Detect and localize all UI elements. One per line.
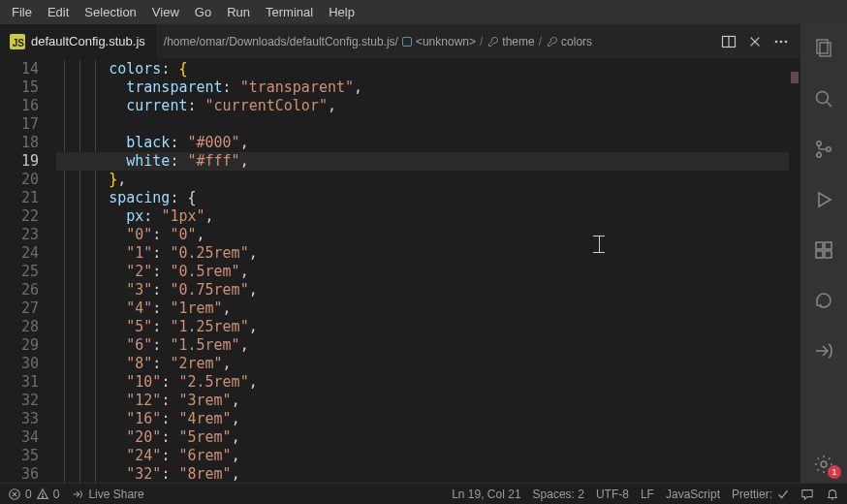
wrench-icon xyxy=(486,35,500,48)
search-icon[interactable] xyxy=(800,80,847,117)
share-icon[interactable] xyxy=(800,332,847,369)
overview-ruler[interactable] xyxy=(789,58,800,483)
extensions-icon[interactable] xyxy=(800,232,847,268)
line-number: 31 xyxy=(0,373,39,392)
tab-strip: JS defaultConfig.stub.js /home/omar/Down… xyxy=(0,24,800,58)
code-line[interactable]: "1": "0.25rem", xyxy=(56,244,789,263)
code-line[interactable]: current: "currentColor", xyxy=(56,97,789,115)
status-position[interactable]: Ln 19, Col 21 xyxy=(452,488,520,501)
svg-rect-19 xyxy=(825,242,831,249)
tab-actions xyxy=(709,34,800,49)
code-line[interactable]: px: "1px", xyxy=(56,207,789,226)
line-number: 25 xyxy=(0,263,39,281)
menu-run[interactable]: Run xyxy=(219,2,258,22)
split-editor-icon[interactable] xyxy=(721,34,737,49)
code-line[interactable]: "0": "0", xyxy=(56,226,789,244)
line-number: 22 xyxy=(0,207,39,226)
code-line[interactable]: black: "#000", xyxy=(56,134,789,152)
status-spaces[interactable]: Spaces: 2 xyxy=(533,488,584,501)
update-badge: 1 xyxy=(828,465,841,479)
code-line[interactable]: "32": "8rem", xyxy=(56,465,789,483)
menu-help[interactable]: Help xyxy=(321,2,362,22)
code-area[interactable]: colors: { transparent: "transparent", cu… xyxy=(56,58,789,483)
menu-go[interactable]: Go xyxy=(187,2,219,22)
refresh-icon[interactable] xyxy=(800,282,847,319)
error-count: 0 xyxy=(25,488,32,501)
code-line[interactable]: "5": "1.25rem", xyxy=(56,318,789,336)
svg-rect-18 xyxy=(825,251,831,258)
menu-edit[interactable]: Edit xyxy=(40,2,77,22)
bell-icon[interactable] xyxy=(826,488,839,501)
line-number: 26 xyxy=(0,281,39,299)
editor[interactable]: 1415161718192021222324252627282930313233… xyxy=(0,58,800,483)
menu-file[interactable]: File xyxy=(4,2,40,22)
overview-marker xyxy=(791,72,799,83)
line-number: 28 xyxy=(0,318,39,336)
tab-active[interactable]: JS defaultConfig.stub.js xyxy=(0,24,156,58)
line-number: 32 xyxy=(0,392,39,410)
line-number: 23 xyxy=(0,226,39,244)
svg-rect-9 xyxy=(820,43,831,56)
status-prettier[interactable]: Prettier: xyxy=(732,488,789,501)
line-number: 19 xyxy=(0,152,39,171)
code-line[interactable]: "24": "6rem", xyxy=(56,447,789,465)
breadcrumb[interactable]: /home/omar/Downloads/defaultConfig.stub.… xyxy=(156,35,709,48)
status-errors[interactable]: 0 0 xyxy=(8,488,59,501)
code-line[interactable]: "16": "4rem", xyxy=(56,410,789,428)
svg-line-11 xyxy=(827,102,831,107)
js-file-icon: JS xyxy=(10,34,25,49)
code-line[interactable]: transparent: "transparent", xyxy=(56,79,789,97)
code-line[interactable]: "12": "3rem", xyxy=(56,392,789,410)
run-debug-icon[interactable] xyxy=(800,181,847,218)
prettier-label: Prettier: xyxy=(732,488,772,501)
feedback-icon[interactable] xyxy=(800,488,814,501)
more-icon[interactable] xyxy=(773,34,789,49)
line-number: 35 xyxy=(0,447,39,465)
menu-selection[interactable]: Selection xyxy=(77,2,143,22)
code-line[interactable]: white: "#fff", xyxy=(56,152,789,171)
code-line[interactable]: spacing: { xyxy=(56,189,789,207)
line-number: 29 xyxy=(0,336,39,355)
breadcrumb-path: /home/omar/Downloads/defaultConfig.stub.… xyxy=(164,35,398,48)
code-line[interactable]: colors: { xyxy=(56,60,789,79)
line-number: 20 xyxy=(0,171,39,189)
svg-point-13 xyxy=(817,153,821,157)
menu-view[interactable]: View xyxy=(144,2,187,22)
line-number: 36 xyxy=(0,465,39,483)
status-encoding[interactable]: UTF-8 xyxy=(596,488,629,501)
explorer-icon[interactable] xyxy=(800,30,847,67)
menubar: File Edit Selection View Go Run Terminal… xyxy=(0,0,847,24)
liveshare-label: Live Share xyxy=(88,488,143,501)
menu-terminal[interactable]: Terminal xyxy=(258,2,321,22)
code-line[interactable]: }, xyxy=(56,171,789,189)
svg-rect-8 xyxy=(817,40,828,53)
status-liveshare[interactable]: Live Share xyxy=(71,488,143,501)
wrench-icon xyxy=(546,35,559,48)
symbol-object-icon xyxy=(400,35,414,48)
svg-rect-16 xyxy=(816,242,823,249)
settings-gear-icon[interactable]: 1 xyxy=(800,446,847,483)
svg-point-14 xyxy=(827,147,831,151)
line-number: 24 xyxy=(0,244,39,263)
code-line[interactable]: "4": "1rem", xyxy=(56,299,789,318)
code-line[interactable] xyxy=(56,115,789,134)
code-line[interactable]: "8": "2rem", xyxy=(56,355,789,373)
svg-rect-17 xyxy=(816,251,823,258)
svg-point-6 xyxy=(780,40,783,43)
close-icon[interactable] xyxy=(748,35,762,48)
code-line[interactable]: "3": "0.75rem", xyxy=(56,281,789,299)
tab-title: defaultConfig.stub.js xyxy=(31,34,145,48)
source-control-icon[interactable] xyxy=(800,131,847,168)
warning-count: 0 xyxy=(53,488,60,501)
breadcrumb-colors: colors xyxy=(561,35,592,48)
status-language[interactable]: JavaScript xyxy=(666,488,720,501)
line-number: 18 xyxy=(0,134,39,152)
code-line[interactable]: "6": "1.5rem", xyxy=(56,336,789,355)
code-line[interactable]: "2": "0.5rem", xyxy=(56,263,789,281)
status-eol[interactable]: LF xyxy=(641,488,654,501)
svg-rect-0 xyxy=(402,37,411,46)
breadcrumb-theme: theme xyxy=(502,35,534,48)
code-line[interactable]: "20": "5rem", xyxy=(56,428,789,447)
code-line[interactable]: "10": "2.5rem", xyxy=(56,373,789,392)
breadcrumb-unknown: <unknown> xyxy=(416,35,476,48)
